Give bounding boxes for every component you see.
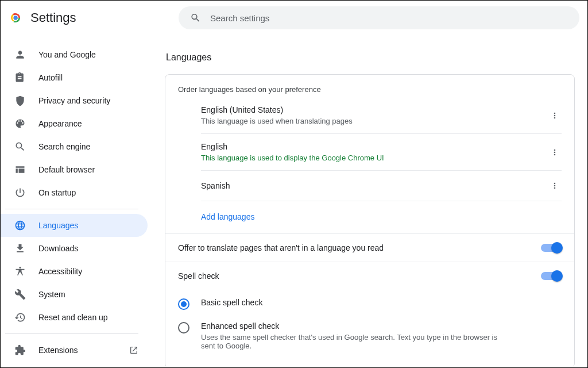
language-name: English xyxy=(201,142,548,151)
shield-icon xyxy=(14,95,26,106)
sidebar-item-search-engine[interactable]: Search engine xyxy=(1,135,148,158)
spellcheck-setting-label: Spell check xyxy=(178,271,541,281)
nav-separator xyxy=(5,209,138,209)
sidebar-item-privacy[interactable]: Privacy and security xyxy=(1,89,148,112)
app-title: Settings xyxy=(30,10,76,25)
person-icon xyxy=(14,49,26,60)
sidebar-item-default-browser[interactable]: Default browser xyxy=(1,158,148,181)
search-icon xyxy=(14,141,26,152)
download-icon xyxy=(14,243,26,254)
language-row: English This language is used to display… xyxy=(201,133,562,170)
language-name: English (United States) xyxy=(201,105,548,114)
translate-toggle[interactable] xyxy=(541,244,562,252)
add-languages-row: Add languages xyxy=(201,201,562,233)
assignment-icon xyxy=(14,72,26,83)
sidebar-item-extensions[interactable]: Extensions xyxy=(1,339,148,362)
translate-setting-label: Offer to translate pages that aren't in … xyxy=(178,243,541,252)
sidebar-item-autofill[interactable]: Autofill xyxy=(1,66,148,89)
nav-separator xyxy=(5,334,138,334)
more-vert-icon xyxy=(550,111,559,120)
languages-card: Order languages based on your preference… xyxy=(165,74,575,366)
sidebar-item-you-and-google[interactable]: You and Google xyxy=(1,43,148,66)
languages-card-header: Order languages based on your preference xyxy=(165,75,574,97)
sidebar-item-on-startup[interactable]: On startup xyxy=(1,181,148,204)
enhanced-spellcheck-radio-row: Enhanced spell check Uses the same spell… xyxy=(178,316,562,356)
search-input[interactable] xyxy=(209,13,568,24)
language-row: English (United States) This language is… xyxy=(201,97,562,133)
more-vert-icon xyxy=(550,181,559,190)
language-name: Spanish xyxy=(201,181,548,190)
language-more-button[interactable] xyxy=(548,145,562,159)
palette-icon xyxy=(14,118,26,129)
sidebar-nav: You and Google Autofill Privacy and secu… xyxy=(1,29,148,366)
language-more-button[interactable] xyxy=(548,179,562,193)
sidebar-item-appearance[interactable]: Appearance xyxy=(1,112,148,135)
sidebar-item-reset[interactable]: Reset and clean up xyxy=(1,306,148,329)
spellcheck-radio-group: Basic spell check Enhanced spell check U… xyxy=(165,290,574,366)
power-icon xyxy=(14,187,26,198)
translate-setting-row: Offer to translate pages that aren't in … xyxy=(165,233,574,262)
build-icon xyxy=(14,289,26,300)
sidebar-item-languages[interactable]: Languages xyxy=(1,214,148,237)
main-content: Languages Order languages based on your … xyxy=(148,29,587,366)
sidebar-item-downloads[interactable]: Downloads xyxy=(1,237,148,260)
enhanced-spellcheck-radio[interactable] xyxy=(178,322,189,334)
basic-spellcheck-radio-row: Basic spell check xyxy=(178,292,562,316)
language-desc: This language is used to display the Goo… xyxy=(201,154,548,162)
search-settings-bar[interactable] xyxy=(179,6,579,29)
restore-icon xyxy=(14,312,26,323)
language-row: Spanish xyxy=(201,170,562,201)
accessibility-icon xyxy=(14,266,26,277)
enhanced-spellcheck-desc: Uses the same spell checker that's used … xyxy=(201,333,511,350)
chrome-logo-icon xyxy=(9,11,22,25)
language-more-button[interactable] xyxy=(548,109,562,122)
language-desc: This language is used when translating p… xyxy=(201,117,548,125)
language-icon xyxy=(14,220,26,231)
web-icon xyxy=(14,164,26,175)
sidebar-item-accessibility[interactable]: Accessibility xyxy=(1,260,148,283)
sidebar-item-system[interactable]: System xyxy=(1,283,148,306)
open-in-new-icon xyxy=(129,346,138,355)
svg-point-1 xyxy=(14,16,18,20)
basic-spellcheck-label: Basic spell check xyxy=(201,298,262,307)
add-languages-button[interactable]: Add languages xyxy=(201,212,254,221)
enhanced-spellcheck-label: Enhanced spell check xyxy=(201,321,511,331)
more-vert-icon xyxy=(550,148,559,157)
spellcheck-setting-row: Spell check xyxy=(165,262,574,290)
search-icon xyxy=(190,12,201,24)
spellcheck-toggle[interactable] xyxy=(541,272,562,280)
language-list: English (United States) This language is… xyxy=(165,97,574,233)
extension-icon xyxy=(14,344,26,356)
section-title: Languages xyxy=(166,52,575,63)
basic-spellcheck-radio[interactable] xyxy=(178,298,189,310)
